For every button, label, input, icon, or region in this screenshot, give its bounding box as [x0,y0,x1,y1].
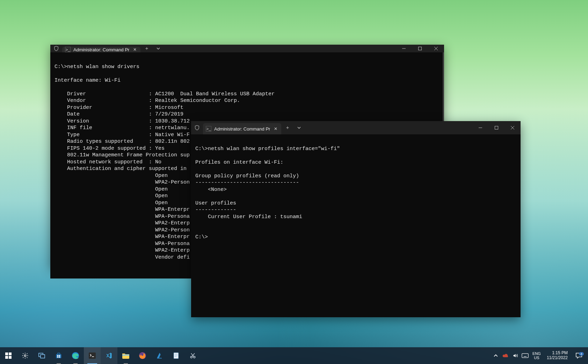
svg-rect-15 [56,354,61,358]
tab-close-button[interactable]: ✕ [273,126,278,132]
svg-rect-8 [5,352,8,355]
svg-rect-9 [9,352,12,355]
svg-rect-19 [57,357,58,358]
maximize-button[interactable] [488,121,504,134]
close-button[interactable] [504,121,521,134]
svg-rect-26 [174,353,178,359]
edge-browser-icon[interactable] [67,347,84,364]
svg-rect-10 [5,356,8,359]
window2-titlebar[interactable]: >_ Administrator: Command Prom ✕ ＋ [191,121,521,134]
window2-output: C:\>netsh wlan show profiles interface="… [195,146,340,240]
action-center-button[interactable]: 4 [572,352,586,359]
microsoft-store-icon[interactable] [50,347,67,364]
lang-secondary: US [534,356,539,360]
window2-tab[interactable]: >_ Administrator: Command Prom ✕ [203,123,281,134]
windows-terminal-icon[interactable] [84,347,101,364]
svg-rect-5 [495,126,498,129]
firefox-icon[interactable] [134,347,151,364]
svg-rect-24 [122,355,129,356]
taskbar-spacer[interactable] [201,347,492,364]
taskbar: ENG US 1:15 PM 11/21/2022 4 [0,347,588,364]
file-explorer-icon[interactable] [117,347,134,364]
window1-titlebar[interactable]: >_ Administrator: Command Prom ✕ ＋ [50,45,444,52]
terminal-window-2: >_ Administrator: Command Prom ✕ ＋ C:\>n… [191,121,521,317]
close-button[interactable] [428,45,444,52]
window1-tab[interactable]: >_ Administrator: Command Prom ✕ [62,47,140,52]
minimize-button[interactable] [396,45,412,52]
onedrive-tray-icon[interactable] [501,351,510,360]
task-view-icon[interactable] [34,347,50,364]
settings-icon[interactable] [17,347,34,364]
clock-date: 11/21/2022 [547,356,568,361]
shield-icon [191,121,203,134]
svg-rect-1 [419,47,422,50]
language-indicator[interactable]: ENG US [531,351,543,360]
snipping-tool-icon[interactable] [184,347,201,364]
start-button[interactable] [0,347,17,364]
window1-tab-title: Administrator: Command Prom [73,47,129,52]
shield-icon [50,45,62,52]
svg-rect-20 [59,357,60,358]
keyboard-tray-icon[interactable] [521,351,529,360]
tray-overflow-icon[interactable] [492,351,500,360]
new-tab-button[interactable]: ＋ [140,45,153,52]
cmd-icon: >_ [65,47,71,52]
azure-icon[interactable] [151,347,168,364]
svg-rect-22 [89,352,96,359]
svg-rect-32 [522,354,528,358]
tab-dropdown-button[interactable] [153,45,164,52]
window2-tab-title: Administrator: Command Prom [214,126,270,132]
clock[interactable]: 1:15 PM 11/21/2022 [544,351,571,361]
notification-badge: 4 [579,352,583,356]
new-tab-button[interactable]: ＋ [281,121,294,134]
svg-rect-11 [9,356,12,359]
notepad-icon[interactable] [168,347,184,364]
lang-primary: ENG [532,351,541,356]
svg-rect-16 [58,353,60,355]
svg-point-12 [24,355,26,357]
vscode-icon[interactable] [101,347,117,364]
tab-close-button[interactable]: ✕ [132,47,138,52]
maximize-button[interactable] [412,45,428,52]
clock-time: 1:15 PM [552,351,568,356]
svg-rect-18 [59,355,60,356]
minimize-button[interactable] [472,121,488,134]
window2-terminal-body[interactable]: C:\>netsh wlan show profiles interface="… [191,134,521,317]
tab-dropdown-button[interactable] [294,121,304,134]
volume-tray-icon[interactable] [511,351,520,360]
svg-rect-14 [41,355,45,358]
svg-rect-17 [57,355,58,356]
cmd-icon: >_ [206,126,211,132]
